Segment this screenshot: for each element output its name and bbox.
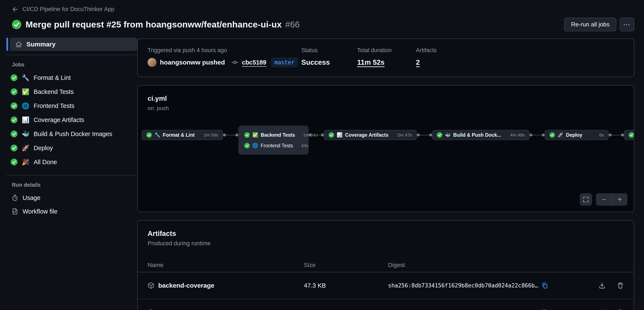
sidebar-job-deploy[interactable]: 🚀 Deploy — [6, 141, 137, 155]
sidebar: Summary Jobs 🔧 Format & Lint ✅ Backend T… — [0, 38, 137, 310]
rerun-all-jobs-button[interactable]: Re-run all jobs — [564, 18, 616, 31]
node-duration: 2m 47s — [398, 132, 412, 138]
artifacts-count-value[interactable]: 2 — [416, 58, 624, 66]
kebab-menu-button[interactable]: ⋯ — [620, 18, 634, 31]
artifacts-title: Artifacts — [148, 230, 624, 238]
artifact-name[interactable]: backend-coverage — [158, 282, 214, 289]
job-label: All Done — [34, 158, 57, 166]
check-emoji-icon: ✅ — [252, 132, 258, 138]
graph-connector — [223, 130, 238, 140]
graph-node-coverage-artifacts[interactable]: 📊 Coverage Artifacts 2m 47s — [324, 130, 417, 140]
trash-icon[interactable] — [617, 309, 624, 310]
graph-node-deploy[interactable]: 🚀 Deploy 6s — [545, 130, 609, 140]
run-details-section-label: Run details — [12, 182, 137, 188]
sidebar-job-frontend-tests[interactable]: 🌐 Frontend Tests — [6, 99, 137, 113]
workflow-file-name: ci.yml — [148, 94, 624, 102]
node-success-icon — [146, 132, 152, 138]
pipeline-graph: 🔧 Format & Lint 1m 56s ✅ Backend Tests 1… — [142, 126, 634, 154]
run-number: #66 — [285, 20, 300, 30]
sidebar-item-workflow-file[interactable]: Workflow file — [6, 204, 137, 218]
commit-sha-link[interactable]: cbc5189 — [242, 59, 266, 66]
status-value: Success — [301, 58, 357, 66]
sidebar-job-backend-tests[interactable]: ✅ Backend Tests — [6, 85, 137, 99]
job-success-icon — [11, 116, 18, 123]
sidebar-divider — [6, 55, 137, 55]
sidebar-summary-label: Summary — [26, 41, 56, 48]
back-arrow-icon[interactable] — [12, 6, 18, 12]
artifact-name[interactable]: frontend-coverage — [158, 309, 214, 310]
graph-connector — [417, 130, 432, 140]
column-header-size: Size — [304, 262, 388, 268]
stopwatch-icon — [12, 194, 18, 201]
graph-node-all-done[interactable]: 🎉 All Done 2s — [624, 130, 634, 140]
column-header-name: Name — [148, 262, 304, 268]
job-label: Build & Push Docker Images — [34, 130, 112, 138]
jobs-section-label: Jobs — [12, 62, 137, 68]
zoom-in-button[interactable]: + — [612, 193, 628, 206]
workflow-name-link[interactable]: CI/CD Pipeline for DocuThinker App — [22, 6, 114, 12]
globe-emoji-icon: 🌐 — [21, 102, 30, 110]
job-success-icon — [11, 88, 18, 95]
copy-icon[interactable] — [542, 282, 548, 289]
node-success-icon — [550, 132, 555, 138]
sidebar-job-coverage-artifacts[interactable]: 📊 Coverage Artifacts — [6, 113, 137, 127]
job-label: Frontend Tests — [34, 102, 74, 110]
rocket-emoji-icon: 🚀 — [21, 144, 30, 152]
node-duration: 6s — [599, 132, 604, 138]
job-label: Backend Tests — [34, 88, 74, 96]
job-label: Coverage Artifacts — [34, 116, 84, 124]
graph-connector — [308, 130, 324, 140]
job-success-icon — [11, 130, 18, 137]
wrench-emoji-icon: 🔧 — [154, 132, 160, 138]
duration-value[interactable]: 11m 52s — [357, 58, 416, 66]
workflow-trigger: on: push — [148, 105, 624, 112]
actor-name[interactable]: hoangsonww pushed — [160, 59, 225, 66]
job-success-icon — [11, 74, 18, 81]
breadcrumb: CI/CD Pipeline for DocuThinker App — [12, 6, 634, 12]
workflow-file-label: Workflow file — [22, 208, 58, 215]
graph-group-tests: ✅ Backend Tests 1m 54s 🌐 Frontend Tests … — [238, 126, 308, 154]
job-success-icon — [11, 102, 18, 109]
sidebar-job-build-push-docker[interactable]: 🐳 Build & Push Docker Images — [6, 127, 137, 141]
sidebar-job-all-done[interactable]: 🎉 All Done — [6, 155, 137, 169]
branch-badge[interactable]: master — [271, 58, 298, 67]
avatar[interactable] — [148, 58, 156, 67]
artifact-row-frontend-coverage: frontend-coverage 14.7 KB sha256:3efd308… — [138, 299, 634, 310]
workflow-graph-card: ci.yml on: push 🔧 Format & Lint 1m 56s ✅ — [137, 85, 634, 212]
artifacts-count-label: Artifacts — [416, 47, 624, 54]
sidebar-item-usage[interactable]: Usage — [6, 191, 137, 204]
job-label: Deploy — [34, 144, 53, 152]
download-icon[interactable] — [598, 282, 606, 289]
download-icon[interactable] — [598, 309, 606, 310]
fit-to-window-button[interactable] — [580, 193, 592, 206]
node-success-icon — [328, 132, 334, 138]
success-check-icon — [12, 20, 21, 29]
artifacts-subtitle: Produced during runtime — [148, 240, 624, 247]
check-emoji-icon: ✅ — [21, 88, 30, 96]
graph-node-build-push-docker[interactable]: 🐳 Build & Push Dock... 4m 48s — [432, 130, 530, 140]
graph-node-format-lint[interactable]: 🔧 Format & Lint 1m 56s — [142, 130, 223, 140]
status-label: Status — [301, 47, 357, 54]
graph-node-backend-tests[interactable]: ✅ Backend Tests 1m 54s — [242, 130, 305, 140]
job-success-icon — [11, 158, 18, 166]
party-emoji-icon: 🎉 — [21, 158, 30, 166]
sidebar-job-format-lint[interactable]: 🔧 Format & Lint — [6, 71, 137, 85]
job-success-icon — [11, 144, 18, 152]
graph-node-frontend-tests[interactable]: 🌐 Frontend Tests 44s — [242, 140, 305, 151]
run-summary-card: Triggered via push 4 hours ago hoangsonw… — [137, 38, 634, 77]
node-duration: 44s — [296, 143, 308, 148]
page-header: CI/CD Pipeline for DocuThinker App Merge… — [0, 0, 644, 31]
whale-emoji-icon: 🐳 — [445, 132, 451, 138]
artifacts-card: Artifacts Produced during runtime Name S… — [137, 220, 634, 310]
column-header-digest: Digest — [388, 262, 568, 268]
page-title: Merge pull request #25 from hoangsonww/f… — [26, 20, 282, 30]
zoom-out-button[interactable]: − — [596, 193, 612, 206]
sidebar-item-summary[interactable]: Summary — [10, 38, 137, 51]
usage-label: Usage — [22, 194, 40, 202]
graph-connector — [609, 130, 624, 140]
trash-icon[interactable] — [617, 282, 624, 289]
node-success-icon — [244, 143, 250, 148]
active-item-accent-bar — [6, 38, 8, 51]
node-success-icon — [437, 132, 442, 138]
node-duration: 4m 48s — [510, 132, 525, 138]
